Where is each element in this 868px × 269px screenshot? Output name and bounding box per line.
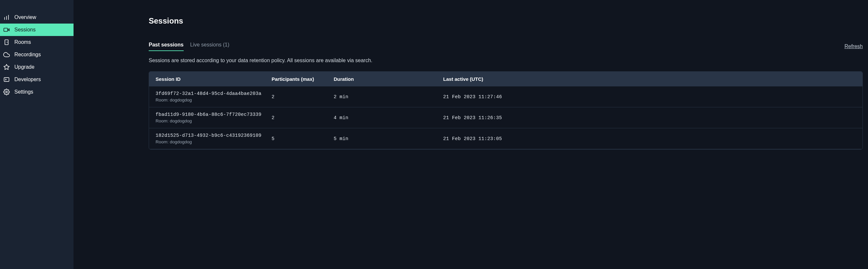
cell-participants: 2 — [272, 94, 334, 100]
sidebar-item-label: Rooms — [14, 39, 31, 45]
tab-past-sessions[interactable]: Past sessions — [149, 42, 184, 51]
terminal-icon — [3, 76, 10, 83]
cell-last-active: 21 Feb 2023 11:27:46 — [443, 94, 856, 100]
svg-marker-7 — [4, 64, 9, 70]
svg-rect-3 — [4, 28, 8, 31]
svg-rect-5 — [5, 40, 8, 45]
main-content: Sessions Past sessions Live sessions (1)… — [73, 0, 868, 269]
cell-session-id: fbad11d9-9180-4b6a-88c6-7f720ec73339 Roo… — [156, 112, 272, 124]
session-id-text: fbad11d9-9180-4b6a-88c6-7f720ec73339 — [156, 112, 272, 117]
col-header-session-id: Session ID — [156, 76, 272, 82]
room-label: Room: dogdogdog — [156, 118, 272, 124]
cell-participants: 5 — [272, 136, 334, 141]
session-id-text: 182d1525-d713-4932-b9c6-c43192369109 — [156, 133, 272, 138]
table-row[interactable]: 3fd69f72-32a1-48d4-95cd-4daa4bae203a Roo… — [149, 86, 863, 107]
cell-last-active: 21 Feb 2023 11:26:35 — [443, 115, 856, 120]
cell-session-id: 182d1525-d713-4932-b9c6-c43192369109 Roo… — [156, 133, 272, 144]
table-row[interactable]: 182d1525-d713-4932-b9c6-c43192369109 Roo… — [149, 128, 863, 149]
sidebar-item-label: Overview — [14, 15, 36, 20]
sidebar-item-developers[interactable]: Developers — [0, 73, 73, 86]
cloud-icon — [3, 51, 10, 58]
gear-icon — [3, 89, 10, 95]
cell-participants: 2 — [272, 115, 334, 120]
session-id-text: 3fd69f72-32a1-48d4-95cd-4daa4bae203a — [156, 91, 272, 96]
video-icon — [3, 27, 10, 33]
col-header-duration: Duration — [334, 76, 443, 82]
sidebar-item-label: Recordings — [14, 52, 41, 58]
cell-duration: 5 min — [334, 136, 443, 141]
table-row[interactable]: fbad11d9-9180-4b6a-88c6-7f720ec73339 Roo… — [149, 107, 863, 128]
table-header: Session ID Participants (max) Duration L… — [149, 72, 863, 86]
refresh-link[interactable]: Refresh — [844, 44, 863, 49]
cell-duration: 4 min — [334, 115, 443, 120]
sidebar: Overview Sessions Rooms Recordings — [0, 0, 73, 269]
cell-last-active: 21 Feb 2023 11:23:05 — [443, 136, 856, 141]
star-icon — [3, 64, 10, 70]
sessions-table: Session ID Participants (max) Duration L… — [149, 71, 863, 150]
sidebar-item-label: Settings — [14, 89, 33, 95]
svg-point-6 — [7, 42, 7, 43]
sidebar-item-label: Sessions — [14, 27, 36, 33]
info-text: Sessions are stored according to your da… — [149, 58, 863, 63]
sidebar-item-overview[interactable]: Overview — [0, 11, 73, 24]
room-label: Room: dogdogdog — [156, 139, 272, 144]
cell-session-id: 3fd69f72-32a1-48d4-95cd-4daa4bae203a Roo… — [156, 91, 272, 102]
sidebar-item-sessions[interactable]: Sessions — [0, 24, 73, 36]
col-header-participants: Participants (max) — [272, 76, 334, 82]
door-icon — [3, 39, 10, 46]
page-title: Sessions — [149, 16, 863, 26]
sidebar-item-upgrade[interactable]: Upgrade — [0, 61, 73, 73]
room-label: Room: dogdogdog — [156, 98, 272, 102]
tabs-row: Past sessions Live sessions (1) Refresh — [149, 42, 863, 51]
bar-chart-icon — [3, 14, 10, 21]
sidebar-item-label: Developers — [14, 77, 41, 82]
svg-point-9 — [6, 91, 7, 93]
sidebar-item-recordings[interactable]: Recordings — [0, 48, 73, 61]
tabs: Past sessions Live sessions (1) — [149, 42, 229, 51]
col-header-last-active: Last active (UTC) — [443, 76, 856, 82]
tab-live-sessions[interactable]: Live sessions (1) — [190, 42, 229, 51]
cell-duration: 2 min — [334, 94, 443, 100]
sidebar-item-label: Upgrade — [14, 64, 34, 70]
sidebar-item-settings[interactable]: Settings — [0, 86, 73, 98]
sidebar-item-rooms[interactable]: Rooms — [0, 36, 73, 48]
